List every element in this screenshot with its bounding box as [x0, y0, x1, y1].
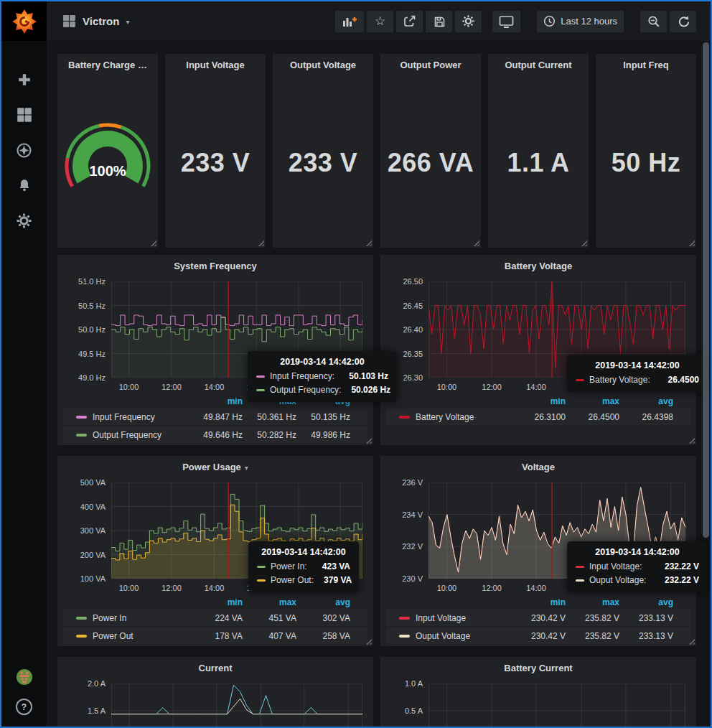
add-panel-button[interactable]: [335, 11, 364, 32]
series-color-swatch[interactable]: [76, 617, 87, 620]
tooltip-series-label: Battery Voltage:: [589, 375, 650, 385]
panel-resize-handle[interactable]: [473, 240, 479, 246]
legend-sort-min[interactable]: min: [512, 396, 566, 406]
zoom-out-icon: [647, 15, 660, 28]
sidebar-item-configuration[interactable]: [16, 212, 33, 229]
zoom-out-button[interactable]: [640, 11, 667, 32]
panel-resize-handle[interactable]: [688, 437, 695, 444]
panel-title[interactable]: System Frequency: [57, 261, 373, 271]
series-color-swatch[interactable]: [76, 416, 87, 419]
panel-title[interactable]: Battery Charge …: [57, 60, 158, 70]
legend-sort-max[interactable]: max: [566, 597, 619, 607]
vertical-scrollbar[interactable]: [703, 42, 709, 538]
panel-title[interactable]: Input Freq: [596, 60, 696, 70]
grafana-logo[interactable]: [1, 1, 47, 41]
chart-plot-area[interactable]: [428, 683, 685, 727]
series-label[interactable]: Ouput Voltage: [416, 631, 512, 641]
panel-title[interactable]: Battery Voltage: [380, 261, 696, 271]
refresh-button[interactable]: [670, 11, 696, 32]
series-label[interactable]: Battery Voltage: [416, 412, 512, 422]
legend-value: 224 VA: [189, 613, 243, 623]
legend-sort-avg[interactable]: avg: [619, 597, 673, 607]
series-color-swatch: [257, 579, 266, 582]
sidebar-item-explore[interactable]: [16, 141, 33, 159]
series-color-swatch[interactable]: [76, 635, 87, 638]
y-axis-tick-label: 500 VA: [57, 478, 106, 487]
y-axis-tick-label: 100 VA: [57, 574, 106, 583]
panel-system-frequency: System Frequency51.0 Hz50.5 Hz50.0 Hz49.…: [57, 255, 373, 445]
series-label[interactable]: Power Out: [93, 631, 189, 641]
panel-resize-handle[interactable]: [365, 638, 372, 645]
share-dashboard-button[interactable]: [396, 11, 423, 32]
dashboard-settings-button[interactable]: [455, 11, 482, 32]
panel-battery-voltage: Battery Voltage26.5026.4526.4026.3526.30…: [380, 255, 696, 445]
tooltip-series-row: Power Out:379 VA: [257, 575, 350, 585]
series-label[interactable]: Input Voltage: [416, 613, 512, 623]
save-icon: [433, 15, 446, 28]
cycle-view-mode-button[interactable]: [492, 11, 520, 32]
time-range-label: Last 12 hours: [561, 16, 617, 27]
dashboard-picker[interactable]: Victron ▾: [62, 14, 129, 28]
stat-value: 50 Hz: [612, 148, 681, 178]
panel-battery-current: Battery Current1.0 A0.5 A: [380, 657, 696, 727]
grafana-window: { "navbar": { "dashboard_title": "Victro…: [0, 0, 712, 728]
panel-resize-handle[interactable]: [365, 437, 372, 444]
x-axis-tick-label: 12:00: [482, 383, 502, 391]
legend-sort-avg[interactable]: avg: [296, 597, 350, 607]
panel-resize-handle[interactable]: [258, 240, 264, 246]
series-color-swatch: [257, 566, 266, 568]
panel-resize-handle[interactable]: [688, 240, 695, 246]
panel-title[interactable]: Voltage: [380, 462, 696, 472]
chart-plot-area[interactable]: [111, 683, 362, 727]
legend-value: 178 VA: [189, 631, 243, 641]
top-navbar: Victron ▾ ☆: [47, 1, 711, 41]
stat-value: 266 VA: [388, 148, 474, 178]
bell-icon: [17, 177, 32, 193]
panel-title[interactable]: Battery Current: [380, 663, 696, 673]
panel-resize-handle[interactable]: [688, 638, 695, 645]
panel-resize-handle[interactable]: [150, 240, 156, 246]
legend-sort-avg[interactable]: avg: [619, 396, 673, 406]
series-label[interactable]: Power In: [93, 613, 189, 623]
legend-value: 49.646 Hz: [189, 430, 243, 440]
legend: minmaxavgBattery Voltage26.310026.450026…: [386, 396, 690, 426]
panel-title[interactable]: Input Voltage: [165, 60, 266, 70]
panel-resize-handle[interactable]: [581, 240, 587, 246]
panel-title[interactable]: Power Usage▾: [57, 462, 373, 472]
legend-sort-max[interactable]: max: [566, 396, 619, 406]
x-axis-tick-label: 12:00: [161, 584, 182, 592]
legend-value: 258 VA: [296, 631, 350, 641]
panel-title[interactable]: Output Power: [380, 60, 481, 70]
legend-sort-min[interactable]: min: [189, 597, 243, 607]
save-dashboard-button[interactable]: [426, 11, 452, 32]
tooltip-series-value: 379 VA: [314, 575, 352, 585]
legend-sort-min[interactable]: min: [512, 597, 566, 607]
panel-title[interactable]: Current: [57, 663, 373, 673]
series-color-swatch[interactable]: [399, 617, 410, 620]
y-axis-tick-label: 400 VA: [57, 503, 106, 511]
tooltip-series-row: Output Frequency:50.026 Hz: [256, 385, 388, 395]
panel-title[interactable]: Output Voltage: [273, 60, 373, 70]
sidebar-item-create[interactable]: [16, 71, 33, 88]
legend-series-row: Input Voltage230.42 V235.82 V233.13 V: [386, 610, 690, 626]
help-button[interactable]: ?: [16, 699, 32, 715]
legend-sort-max[interactable]: max: [243, 597, 296, 607]
series-label[interactable]: Input Frequency: [93, 412, 189, 422]
series-color-swatch[interactable]: [399, 635, 410, 638]
sidebar-item-dashboards[interactable]: [16, 106, 33, 123]
time-range-picker[interactable]: Last 12 hours: [537, 11, 624, 32]
stat-value: 233 V: [181, 148, 250, 178]
series-color-swatch[interactable]: [76, 434, 87, 437]
user-avatar[interactable]: [16, 668, 33, 686]
star-dashboard-button[interactable]: ☆: [367, 11, 393, 32]
series-label[interactable]: Output Frequency: [93, 430, 189, 440]
panel-resize-handle[interactable]: [365, 240, 372, 246]
legend-sort-min[interactable]: min: [189, 396, 243, 406]
avatar-image: [16, 668, 33, 686]
panel-title[interactable]: Output Current: [488, 60, 589, 70]
series-color-swatch[interactable]: [399, 416, 410, 419]
sidebar-item-alerting[interactable]: [16, 177, 33, 194]
grafana-flame-icon: [11, 8, 38, 35]
legend-value: 235.82 V: [566, 631, 619, 641]
question-mark-icon: ?: [22, 702, 27, 712]
